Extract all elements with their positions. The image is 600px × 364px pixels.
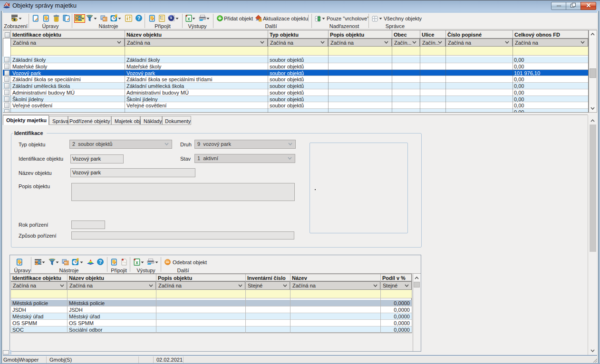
svg-text:x: x <box>135 260 138 265</box>
svg-text:?: ? <box>137 15 140 21</box>
svg-text:?: ? <box>99 259 102 265</box>
svg-text:x: x <box>187 16 190 21</box>
svg-text:?: ? <box>260 19 261 21</box>
